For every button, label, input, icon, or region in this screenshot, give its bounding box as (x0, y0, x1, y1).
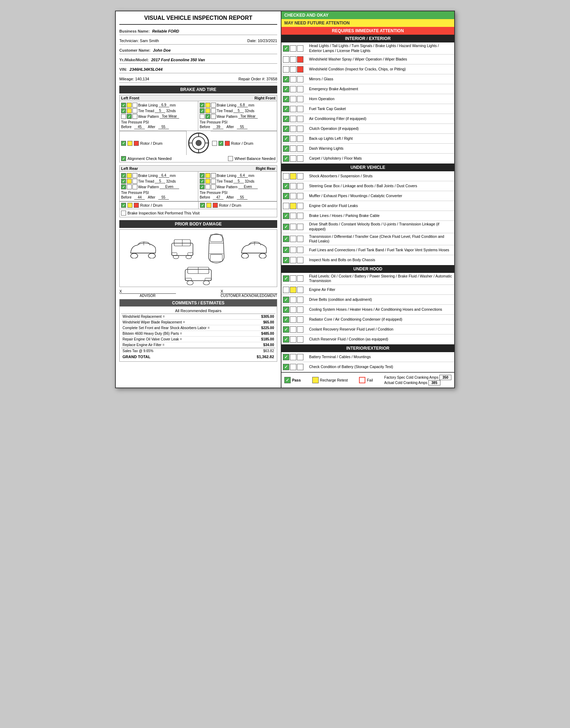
rr-wear-plain2-cb[interactable] (211, 184, 216, 189)
green-cb[interactable]: ✓ (283, 236, 289, 242)
green-cb[interactable]: ✓ (283, 106, 289, 112)
rf-brake-plain-cb[interactable] (211, 103, 216, 108)
rf-brake-green-cb[interactable]: ✓ (200, 103, 205, 108)
yellow-cb[interactable] (290, 76, 296, 82)
lr-brake-green-cb[interactable]: ✓ (121, 173, 126, 178)
green-cb[interactable]: ✓ (283, 136, 289, 142)
lr-wear-plain-cb[interactable] (127, 184, 132, 189)
red-cb[interactable] (297, 173, 303, 179)
rf-rotor-green-cb[interactable] (212, 141, 217, 146)
yellow-cb[interactable] (290, 126, 296, 132)
green-cb[interactable]: ✓ (283, 306, 289, 313)
yellow-cb[interactable] (290, 354, 296, 360)
green-cb[interactable]: ✓ (283, 86, 289, 92)
red-cb[interactable] (297, 213, 303, 219)
red-cb[interactable] (297, 203, 303, 209)
rf-brake-yellow-cb[interactable] (205, 103, 210, 108)
yellow-cb[interactable] (290, 316, 296, 323)
red-cb[interactable] (297, 106, 303, 112)
yellow-cb[interactable] (290, 106, 296, 112)
rr-wear-plain-cb[interactable] (205, 184, 210, 189)
rr-wear-green-cb[interactable]: ✓ (200, 184, 205, 189)
yellow-cb[interactable] (290, 145, 296, 152)
rf-wear-green-cb[interactable]: ✓ (205, 114, 210, 119)
green-cb[interactable] (283, 173, 289, 179)
green-cb[interactable]: ✓ (283, 183, 289, 189)
green-cb[interactable]: ✓ (283, 336, 289, 343)
red-cb[interactable] (297, 86, 303, 92)
yellow-cb[interactable] (290, 297, 296, 303)
yellow-cb[interactable] (290, 193, 296, 199)
red-cb[interactable] (297, 287, 303, 293)
green-cb[interactable]: ✓ (283, 354, 289, 360)
red-cb[interactable] (297, 136, 303, 142)
red-cb[interactable] (297, 364, 303, 370)
green-cb[interactable]: ✓ (283, 224, 289, 230)
red-cb[interactable] (297, 306, 303, 313)
rf-tire-plain-cb[interactable] (211, 108, 216, 113)
red-cb[interactable] (297, 155, 303, 162)
green-cb[interactable]: ✓ (283, 45, 289, 52)
green-cb[interactable]: ✓ (283, 155, 289, 162)
lr-rotor-yellow-cb[interactable] (127, 203, 132, 208)
rf-tire-green-cb[interactable]: ✓ (200, 108, 205, 113)
lr-tire-yellow-cb[interactable] (127, 179, 132, 184)
lf-rotor-yellow-cb[interactable] (127, 141, 132, 146)
lf-tire-plain-cb[interactable] (132, 108, 137, 113)
brake-not-performed-cb[interactable] (121, 211, 126, 216)
rr-rotor-red-cb[interactable] (213, 203, 218, 208)
green-cb[interactable] (283, 66, 289, 73)
lf-rotor-green-cb[interactable]: ✓ (121, 141, 126, 146)
yellow-cb[interactable] (290, 66, 296, 73)
alignment-cb[interactable]: ✓ (121, 156, 126, 161)
rf-rotor-yellow-cb[interactable]: ✓ (218, 141, 223, 146)
lr-wear-green-cb[interactable]: ✓ (121, 184, 126, 189)
lr-tire-green-cb[interactable]: ✓ (121, 179, 126, 184)
red-cb[interactable] (297, 183, 303, 189)
lf-wear-plain-cb[interactable] (121, 114, 126, 119)
rr-brake-plain-cb[interactable] (211, 173, 216, 178)
rr-brake-green-cb[interactable]: ✓ (200, 173, 205, 178)
green-cb[interactable]: ✓ (283, 76, 289, 82)
green-cb[interactable]: ✓ (283, 193, 289, 199)
yellow-cb[interactable] (290, 45, 296, 52)
red-cb[interactable] (297, 326, 303, 333)
lf-brake-green-cb[interactable]: ✓ (121, 103, 126, 108)
yellow-cb[interactable] (290, 306, 296, 313)
lf-rotor-red-cb[interactable] (134, 141, 139, 146)
yellow-cb[interactable] (290, 336, 296, 343)
red-cb[interactable] (297, 316, 303, 323)
green-cb[interactable]: ✓ (283, 297, 289, 303)
yellow-cb[interactable] (290, 86, 296, 92)
rr-tire-plain-cb[interactable] (211, 179, 216, 184)
red-cb[interactable] (297, 236, 303, 242)
red-cb[interactable] (297, 116, 303, 122)
red-cb[interactable] (297, 247, 303, 253)
lf-tire-green-cb[interactable]: ✓ (121, 108, 126, 113)
yellow-cb[interactable] (290, 56, 296, 63)
lf-wear-green-cb[interactable]: ✓ (127, 114, 132, 119)
red-cb[interactable] (297, 193, 303, 199)
yellow-cb[interactable] (290, 236, 296, 242)
red-cb[interactable] (297, 257, 303, 263)
rf-wear-plain2-cb[interactable] (211, 114, 216, 119)
rf-wear-plain-cb[interactable] (200, 114, 205, 119)
red-cb[interactable] (297, 224, 303, 230)
red-cb[interactable] (297, 354, 303, 360)
green-cb[interactable]: ✓ (283, 316, 289, 323)
green-cb[interactable]: ✓ (283, 116, 289, 122)
lf-wear-plain2-cb[interactable] (132, 114, 137, 119)
yellow-cb[interactable] (290, 173, 296, 179)
red-cb[interactable] (297, 45, 303, 52)
green-cb[interactable] (283, 287, 289, 293)
pass-cb[interactable]: ✓ (284, 377, 291, 383)
red-cb[interactable] (297, 96, 303, 102)
green-cb[interactable]: ✓ (283, 247, 289, 253)
green-cb[interactable]: ✓ (283, 275, 289, 282)
yellow-cb[interactable] (290, 224, 296, 230)
rr-rotor-green-cb[interactable]: ✓ (200, 203, 205, 208)
lf-tire-yellow-cb[interactable] (127, 108, 132, 113)
red-cb[interactable] (297, 275, 303, 282)
yellow-cb[interactable] (290, 116, 296, 122)
fail-cb[interactable] (359, 377, 365, 383)
